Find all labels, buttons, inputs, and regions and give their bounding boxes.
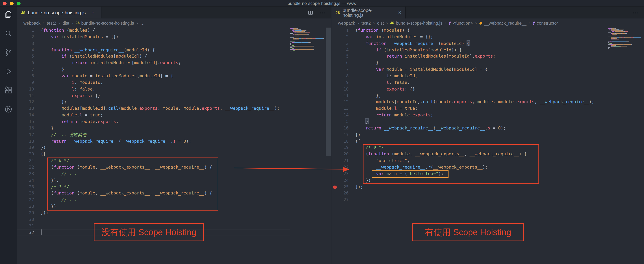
code-line[interactable]: "use strict"; — [355, 158, 594, 164]
code-line[interactable]: } — [41, 125, 280, 131]
code-line[interactable]: return __webpack_require__(__webpack_req… — [41, 138, 280, 145]
breadcrumb-item[interactable]: dist — [62, 21, 69, 26]
line-number[interactable]: 2 — [332, 34, 348, 40]
code-line[interactable]: return installedModules[moduleId].export… — [41, 60, 280, 66]
breadcrumb-item[interactable]: ƒ<function> — [449, 21, 473, 26]
code-line[interactable]: /* 0 */ — [41, 158, 280, 164]
line-number[interactable]: 14 — [332, 112, 348, 118]
line-number[interactable]: 7 — [332, 66, 348, 73]
code-line[interactable]: /* 1 */ — [41, 184, 280, 190]
traffic-close[interactable] — [3, 2, 6, 5]
code-line[interactable] — [355, 190, 594, 197]
code-line[interactable]: // ... — [41, 171, 280, 177]
activity-run-debug[interactable] — [4, 67, 13, 76]
line-number[interactable]: 13 — [332, 105, 348, 112]
code-line[interactable]: exports: {} — [41, 92, 280, 99]
code-line[interactable]: }; — [41, 99, 280, 105]
code-line[interactable]: var main = ("hello leo~"); — [355, 171, 594, 177]
line-number[interactable]: 4 — [17, 47, 34, 53]
code-line[interactable]: // ... 省略其他 — [41, 131, 280, 138]
line-number[interactable]: 5 — [332, 53, 348, 60]
line-number[interactable]: 18 — [332, 138, 348, 145]
traffic-minimize[interactable] — [10, 2, 14, 5]
line-number[interactable]: 16 — [332, 125, 348, 131]
line-number[interactable]: 12 — [17, 99, 34, 105]
line-number[interactable]: 2 — [17, 34, 34, 40]
line-number[interactable]: 20 — [17, 151, 34, 158]
code-line[interactable]: var module = installedModules[moduleId] … — [355, 66, 594, 73]
code-line[interactable]: i: moduleId, — [355, 73, 594, 79]
code-line[interactable]: var installedModules = {}; — [355, 34, 594, 40]
breadcrumb-item[interactable]: JSbundle-no-scope-hoisting.js — [76, 21, 134, 26]
right-editor-viewport[interactable]: 1234567891011121314151617181920212223242… — [332, 28, 644, 264]
close-icon[interactable]: × — [398, 10, 401, 15]
code-line[interactable]: (function (modules) { — [41, 28, 280, 34]
line-number[interactable]: 21 — [332, 158, 348, 164]
line-number[interactable]: 29 — [17, 210, 34, 216]
line-number[interactable]: 23 — [332, 171, 348, 177]
line-number[interactable]: 14 — [17, 112, 34, 118]
line-number[interactable]: 31 — [17, 223, 34, 229]
activity-search[interactable] — [4, 29, 13, 38]
code-line[interactable]: } — [355, 60, 594, 66]
line-number[interactable]: 17 — [332, 131, 348, 138]
breadcrumb-item[interactable]: webpack — [338, 21, 355, 26]
line-number[interactable]: 1 — [17, 28, 34, 34]
line-number[interactable]: 12 — [332, 99, 348, 105]
line-number[interactable]: 26 — [332, 190, 348, 197]
line-number[interactable]: 5 — [17, 53, 34, 60]
line-number[interactable]: 28 — [17, 203, 34, 210]
line-number[interactable]: 11 — [332, 92, 348, 99]
split-editor-icon[interactable] — [308, 10, 314, 15]
line-number[interactable]: 15 — [17, 118, 34, 125]
code-line[interactable]: return module.exports; — [41, 118, 280, 125]
line-number[interactable]: 11 — [17, 92, 34, 99]
line-number[interactable]: 25 — [17, 184, 34, 190]
activity-run-circle[interactable] — [4, 104, 13, 113]
line-number[interactable]: 32 — [17, 229, 34, 236]
code-line[interactable]: function __webpack_require__(moduleId) { — [41, 47, 280, 53]
code-line[interactable] — [355, 197, 594, 203]
line-number[interactable]: 1 — [332, 28, 348, 34]
line-number[interactable]: 7 — [17, 66, 34, 73]
code-line[interactable]: if (installedModules[moduleId]) { — [355, 47, 594, 53]
code-line[interactable]: (function (module, __webpack_exports__, … — [41, 164, 280, 171]
line-number[interactable]: 21 — [17, 158, 34, 164]
left-minimap[interactable] — [290, 28, 326, 55]
code-line[interactable] — [41, 40, 280, 47]
line-number[interactable]: 22 — [17, 164, 34, 171]
code-line[interactable]: ([ — [41, 151, 280, 158]
line-number[interactable]: 19 — [332, 145, 348, 151]
breadcrumb-item[interactable]: webpack — [23, 21, 40, 26]
code-line[interactable]: }) — [355, 131, 594, 138]
left-scrollbar-thumb[interactable] — [326, 28, 331, 156]
breadcrumb-item[interactable]: test2 — [47, 21, 56, 26]
code-line[interactable]: }) — [41, 145, 280, 151]
code-line[interactable]: l: false, — [355, 79, 594, 86]
line-number[interactable]: 22 — [332, 164, 348, 171]
line-number[interactable]: 18 — [17, 138, 34, 145]
line-number[interactable]: 17 — [17, 131, 34, 138]
code-line[interactable]: __webpack_require__.r(__webpack_exports_… — [355, 164, 594, 171]
code-line[interactable]: ]); — [355, 184, 594, 190]
line-number[interactable]: 13 — [17, 105, 34, 112]
breadcrumb-item[interactable]: dist — [377, 21, 384, 26]
code-line[interactable]: (function (module, __webpack_exports__, … — [355, 151, 594, 158]
code-line[interactable]: return installedModules[moduleId].export… — [355, 53, 594, 60]
code-line[interactable]: }; — [355, 92, 594, 99]
code-line[interactable]: var installedModules = {}; — [41, 34, 280, 40]
line-number[interactable]: 16 — [17, 125, 34, 131]
line-number[interactable]: 10 — [17, 86, 34, 92]
line-number[interactable]: 23 — [17, 171, 34, 177]
code-line[interactable]: module.l = true; — [41, 112, 280, 118]
more-actions-icon[interactable]: ⋯ — [320, 9, 326, 16]
line-number[interactable]: 27 — [332, 197, 348, 203]
code-line[interactable]: /* 0 */ — [355, 145, 594, 151]
line-number[interactable]: 6 — [332, 60, 348, 66]
line-number[interactable]: 10 — [332, 86, 348, 92]
code-line[interactable]: return __webpack_require__(__webpack_req… — [355, 125, 594, 131]
code-line[interactable]: return module.exports; — [355, 112, 594, 118]
breadcrumb-item[interactable]: test2 — [362, 21, 371, 26]
more-actions-icon[interactable]: ⋯ — [632, 9, 638, 16]
line-number[interactable]: 9 — [332, 79, 348, 86]
